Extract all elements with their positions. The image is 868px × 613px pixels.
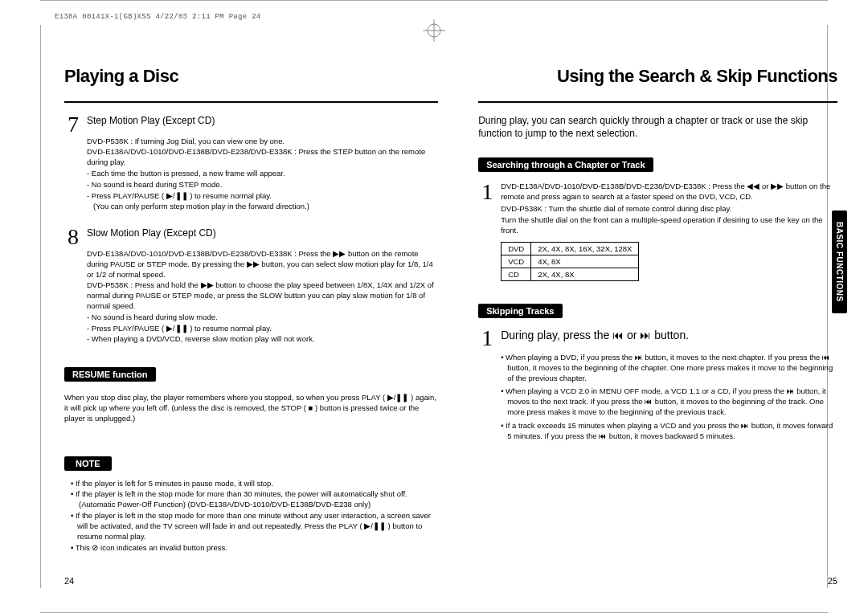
step-7: 7 Step Motion Play (Except CD) <box>64 114 438 136</box>
step-7-text: DVD-P538K : If turning Jog Dial, you can… <box>87 137 438 147</box>
step-7-text: - No sound is heard during STEP mode. <box>87 180 438 190</box>
note-item-sub: (Automatic Power-Off Function) (DVD-E138… <box>77 500 438 510</box>
note-item-text: If the player is left in the stop mode f… <box>76 489 407 498</box>
skip-heading: Skipping Tracks <box>478 304 562 318</box>
step-8-text: DVD-E138A/DVD-1010/DVD-E138B/DVD-E238/DV… <box>87 249 438 280</box>
step-8-text: - Press PLAY/PAUSE ( ▶/❚❚ ) to resume no… <box>87 324 438 334</box>
title-underline <box>64 101 438 103</box>
right-page: Using the Search & Skip Functions During… <box>478 66 837 586</box>
step-7-text: - Press PLAY/PAUSE ( ▶/❚❚ ) to resume no… <box>87 191 438 202</box>
skip-line: During play, press the ⏮ or ⏭ button. <box>501 328 837 343</box>
step-number: 8 <box>64 227 82 248</box>
side-tab: BASIC FUNCTIONS <box>832 210 847 313</box>
step-number: 1 <box>478 182 496 203</box>
page-title-right: Using the Search & Skip Functions <box>478 66 837 87</box>
speed-label: CD <box>502 268 531 281</box>
speed-value: 4X, 8X <box>531 255 639 268</box>
search-heading: Searching through a Chapter or Track <box>478 157 653 172</box>
skip-item: If a track exceeds 15 minutes when playi… <box>501 421 837 442</box>
skip-item: When playing a DVD, if you press the ⏭ b… <box>501 353 837 383</box>
table-row: CD 2X, 4X, 8X <box>502 268 639 281</box>
step-8-text: - When playing a DVD/VCD, reverse slow m… <box>87 334 438 345</box>
table-row: VCD 4X, 8X <box>502 255 639 268</box>
note-item: If the player is left in the stop mode f… <box>71 511 438 541</box>
page-spread: E138A 00141X-1(GB)XSS 4/22/03 2:11 PM Pa… <box>0 0 868 613</box>
step-title: Slow Motion Play (Except CD) <box>87 227 438 239</box>
table-row: DVD 2X, 4X, 8X, 16X, 32X, 128X <box>502 243 639 255</box>
step-8: 8 Slow Motion Play (Except CD) <box>64 227 438 248</box>
resume-text: When you stop disc play, the player reme… <box>64 393 438 423</box>
skip-bullets: When playing a DVD, if you press the ⏭ b… <box>501 353 837 442</box>
note-list: If the player is left for 5 minutes in p… <box>71 479 438 554</box>
speed-label: DVD <box>502 243 531 255</box>
print-header-meta: E138A 00141X-1(GB)XSS 4/22/03 2:11 PM Pa… <box>55 13 261 21</box>
skip-item: When playing a VCD 2.0 in MENU OFF mode,… <box>501 386 837 417</box>
note-tag: NOTE <box>64 456 112 471</box>
step-number: 1 <box>478 328 496 349</box>
skip-step-1: 1 During play, press the ⏮ or ⏭ button. <box>478 328 837 349</box>
speed-value: 2X, 4X, 8X, 16X, 32X, 128X <box>531 243 639 255</box>
resume-tag: RESUME function <box>64 367 156 382</box>
note-item: If the player is left in the stop mode f… <box>71 489 438 510</box>
step-7-text: (You can only perform step motion play i… <box>93 202 438 212</box>
step-8-text: - No sound is heard during slow mode. <box>87 313 438 323</box>
search-step-1: 1 DVD-E138A/DVD-1010/DVD-E138B/DVD-E238/… <box>478 182 837 203</box>
step-7-text: DVD-E138A/DVD-1010/DVD-E138B/DVD-E238/DV… <box>87 147 438 168</box>
registration-mark-icon <box>423 19 445 42</box>
page-number-left: 24 <box>64 576 74 586</box>
speed-value: 2X, 4X, 8X <box>531 268 639 281</box>
step-number: 7 <box>64 114 82 136</box>
left-page: Playing a Disc 7 Step Motion Play (Excep… <box>64 66 438 586</box>
title-underline <box>478 101 837 103</box>
speed-table: DVD 2X, 4X, 8X, 16X, 32X, 128X VCD 4X, 8… <box>501 242 639 281</box>
page-title-left: Playing a Disc <box>64 66 438 87</box>
page-number-right: 25 <box>828 576 837 586</box>
intro-text: During play, you can search quickly thro… <box>478 114 837 140</box>
search-text: DVD-P538K : Turn the shuttle dial of rem… <box>501 204 837 215</box>
note-item: If the player is left for 5 minutes in p… <box>71 479 438 489</box>
search-text: DVD-E138A/DVD-1010/DVD-E138B/DVD-E238/DV… <box>501 182 837 202</box>
search-text: Turn the shuttle dial on the front can a… <box>501 215 837 236</box>
step-7-text: - Each time the button is pressed, a new… <box>87 169 438 179</box>
note-item: This ⊘ icon indicates an invalid button … <box>71 543 438 554</box>
speed-label: VCD <box>502 255 531 268</box>
step-title: Step Motion Play (Except CD) <box>87 114 438 127</box>
step-8-text: DVD-P538K : Press and hold the ▶▶ button… <box>87 280 438 311</box>
